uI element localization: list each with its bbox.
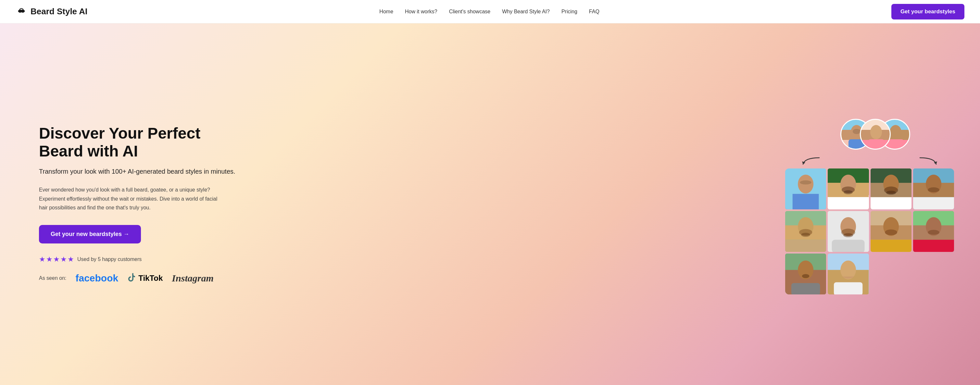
svg-point-18 (844, 190, 853, 194)
tiktok-label: TikTok (138, 274, 163, 283)
grid-photo-3 (870, 169, 912, 209)
star-2: ★ (46, 255, 52, 264)
nav-links: Home How it works? Client's showcase Why… (379, 9, 599, 14)
svg-rect-24 (870, 197, 912, 209)
star-5: ★ (68, 255, 74, 264)
arrows-container (785, 156, 954, 166)
svg-rect-32 (785, 240, 826, 252)
svg-point-39 (843, 233, 853, 237)
grid-photo-6 (828, 211, 869, 252)
svg-point-45 (885, 229, 897, 235)
social-section: As seen on: facebook TikTok Instagram (39, 273, 240, 284)
tiktok-icon (127, 273, 136, 284)
grid-photo-10 (828, 253, 869, 294)
svg-point-23 (886, 191, 896, 195)
customers-text: Used by 5 happy customers (77, 256, 142, 262)
logo-icon (16, 6, 27, 18)
svg-point-12 (800, 180, 811, 185)
circle-photo-2 (860, 119, 891, 150)
arrow-left (802, 156, 821, 166)
star-rating: ★ ★ ★ ★ ★ (39, 255, 74, 264)
social-label: As seen on: (39, 275, 67, 281)
hero-heading: Discover Your Perfect Beard with AI (39, 124, 240, 160)
hero-subheading: Transform your look with 100+ AI-generat… (39, 167, 240, 176)
svg-rect-15 (828, 197, 869, 209)
svg-point-5 (890, 125, 901, 139)
nav-home[interactable]: Home (379, 9, 393, 14)
hero-stars-container: ★ ★ ★ ★ ★ Used by 5 happy customers (39, 255, 240, 264)
svg-rect-48 (913, 240, 954, 252)
brand-name: Beard Style AI (30, 6, 88, 17)
nav-how-it-works[interactable]: How it works? (405, 9, 438, 14)
svg-point-50 (928, 230, 939, 235)
nav-clients-showcase[interactable]: Client's showcase (449, 9, 491, 14)
grid-photo-2 (828, 169, 869, 209)
svg-rect-43 (870, 240, 912, 252)
logo-container[interactable]: Beard Style AI (16, 6, 88, 18)
hero-body: Ever wondered how you'd look with a full… (39, 185, 221, 212)
arrow-right (918, 156, 938, 166)
svg-rect-6 (888, 139, 904, 150)
nav-pricing[interactable]: Pricing (562, 9, 578, 14)
hero-right (785, 114, 954, 295)
grid-photo-9 (785, 253, 826, 294)
instagram-logo: Instagram (172, 273, 213, 284)
hero-left: Discover Your Perfect Beard with AI Tran… (39, 124, 240, 284)
facebook-logo: facebook (76, 273, 119, 284)
svg-point-35 (801, 233, 810, 237)
svg-rect-55 (791, 283, 820, 294)
nav-why[interactable]: Why Beard Style AI? (502, 9, 550, 14)
svg-rect-11 (793, 194, 819, 209)
tiktok-logo: TikTok (127, 273, 163, 284)
star-4: ★ (60, 255, 67, 264)
nav-faq[interactable]: FAQ (589, 9, 600, 14)
hero-cta-button[interactable]: Get your new beardstyles → (39, 225, 141, 243)
hero-section: Discover Your Perfect Beard with AI Tran… (0, 23, 980, 385)
grid-photo-1 (785, 169, 826, 209)
navbar-cta-button[interactable]: Get your beardstyles (891, 4, 964, 19)
photo-grid (785, 169, 954, 295)
svg-rect-27 (913, 197, 954, 209)
grid-photo-7 (870, 211, 912, 252)
star-1: ★ (39, 255, 45, 264)
star-3: ★ (53, 255, 60, 264)
svg-point-2 (853, 129, 861, 134)
grid-photo-5 (785, 211, 826, 252)
svg-rect-59 (834, 282, 862, 295)
grid-photo-8 (913, 211, 954, 252)
grid-photo-4 (913, 169, 954, 209)
navbar: Beard Style AI Home How it works? Client… (0, 0, 980, 23)
svg-rect-40 (832, 240, 865, 252)
svg-point-29 (928, 187, 939, 192)
svg-rect-4 (868, 139, 885, 150)
svg-point-3 (870, 125, 882, 139)
svg-point-54 (802, 274, 810, 278)
